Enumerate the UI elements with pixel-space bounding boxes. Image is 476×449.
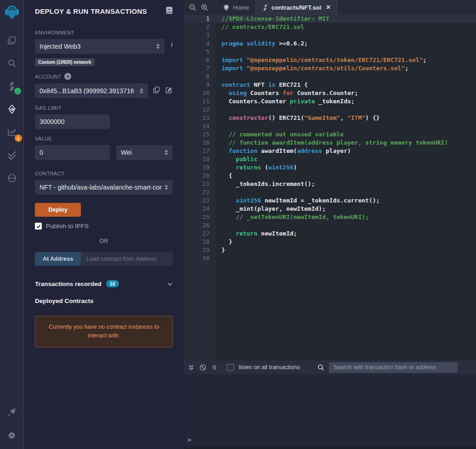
line-number[interactable]: 12 <box>184 106 216 114</box>
solidity-compiler-icon[interactable] <box>4 78 20 95</box>
code-line[interactable]: 24 _mint(player, newItemId); <box>184 205 476 213</box>
code-line[interactable]: 26 <box>184 221 476 230</box>
code-line[interactable]: 10 using Counters for Counters.Counter; <box>184 89 476 97</box>
zoom-out-icon[interactable] <box>187 0 198 15</box>
line-number[interactable]: 17 <box>184 147 216 155</box>
code-line[interactable]: 23 uint256 newItemId = _tokenIds.current… <box>184 196 476 205</box>
line-number[interactable]: 16 <box>184 139 216 147</box>
at-address-button[interactable]: At Address <box>35 252 81 266</box>
line-number[interactable]: 5 <box>184 48 216 56</box>
line-number[interactable]: 1 <box>184 15 216 23</box>
code-line[interactable]: 7import "@openzeppelin/contracts/utils/C… <box>184 64 476 73</box>
line-number[interactable]: 8 <box>184 73 216 81</box>
line-number[interactable]: 3 <box>184 31 216 39</box>
line-number[interactable]: 7 <box>184 64 216 73</box>
code-line[interactable]: 29} <box>184 246 476 254</box>
terminal-output[interactable]: > <box>184 374 476 449</box>
line-number[interactable]: 23 <box>184 196 216 205</box>
code-line[interactable]: 4pragma solidity >=0.6.2; <box>184 39 476 48</box>
deploy-and-run-icon[interactable] <box>4 101 20 118</box>
remix-logo-icon[interactable] <box>4 4 20 24</box>
deploy-button[interactable]: Deploy <box>35 203 81 217</box>
transactions-recorded-row[interactable]: Transactions recorded 10 <box>35 280 173 288</box>
code-line[interactable]: 15 // commented out unused variable <box>184 130 476 139</box>
settings-gear-icon[interactable] <box>4 427 20 443</box>
collapse-terminal-icon[interactable] <box>188 365 194 370</box>
value-unit-select[interactable]: Wei <box>116 145 173 160</box>
line-number[interactable]: 4 <box>184 39 216 48</box>
code-line[interactable]: 19 returns (uint256) <box>184 163 476 172</box>
or-divider: OR <box>35 237 173 244</box>
add-account-icon[interactable]: + <box>64 73 71 80</box>
debugger-icon[interactable] <box>4 170 20 186</box>
code-line[interactable]: 11 Counters.Counter private _tokenIds; <box>184 97 476 106</box>
account-select[interactable]: 0x845...B1aB3 (999992.3913716 <box>35 84 148 98</box>
line-number[interactable]: 19 <box>184 163 216 172</box>
analytics-icon[interactable]: 1 <box>4 124 20 140</box>
line-number[interactable]: 24 <box>184 205 216 213</box>
close-tab-icon[interactable]: × <box>326 4 330 11</box>
code-line[interactable]: 17 function awardItem(address player) <box>184 147 476 155</box>
line-number[interactable]: 25 <box>184 213 216 221</box>
gas-limit-input[interactable]: 3000000 <box>35 114 110 129</box>
line-number[interactable]: 14 <box>184 122 216 130</box>
line-number[interactable]: 20 <box>184 172 216 180</box>
clear-console-icon[interactable] <box>199 364 206 371</box>
unit-testing-icon[interactable] <box>4 147 20 163</box>
line-number[interactable]: 26 <box>184 221 216 230</box>
listen-transactions-checkbox[interactable] <box>227 364 234 371</box>
line-number[interactable]: 29 <box>184 246 216 254</box>
plugin-manager-icon[interactable] <box>4 404 20 421</box>
terminal-search-input[interactable] <box>329 362 458 373</box>
code-line[interactable]: 9contract NFT is ERC721 { <box>184 81 476 89</box>
code-line[interactable]: 5 <box>184 48 476 56</box>
line-number[interactable]: 27 <box>184 230 216 238</box>
line-number[interactable]: 18 <box>184 155 216 163</box>
code-line[interactable]: 2// contracts/ERC721.sol <box>184 23 476 31</box>
code-line[interactable]: 21 _tokenIds.increment(); <box>184 180 476 188</box>
line-number[interactable]: 21 <box>184 180 216 188</box>
line-number[interactable]: 10 <box>184 89 216 97</box>
code-line[interactable]: 22 <box>184 188 476 196</box>
environment-info-icon[interactable]: i <box>171 41 173 49</box>
code-line[interactable]: 16 // function awardItem(address player,… <box>184 139 476 147</box>
documentation-icon[interactable] <box>166 6 173 16</box>
edit-account-icon[interactable] <box>165 86 173 95</box>
line-number[interactable]: 15 <box>184 130 216 139</box>
chevron-down-icon[interactable] <box>167 280 173 288</box>
line-number[interactable]: 11 <box>184 97 216 106</box>
code-line[interactable]: 13 constructor() ERC721("GameItem", "ITM… <box>184 114 476 122</box>
value-input[interactable]: 0 <box>35 145 110 160</box>
code-line[interactable]: 27 return newItemId; <box>184 230 476 238</box>
contract-select[interactable]: NFT - github/ava-labs/avalanche-smart-co… <box>35 180 173 195</box>
line-number[interactable]: 28 <box>184 238 216 246</box>
publish-ipfs-checkbox[interactable] <box>35 223 42 230</box>
code-line[interactable]: 3 <box>184 31 476 39</box>
line-number[interactable]: 30 <box>184 254 216 263</box>
file-explorer-icon[interactable] <box>4 32 20 49</box>
tab-nft-sol[interactable]: contracts/NFT.sol × <box>255 0 338 15</box>
at-address-input[interactable] <box>81 252 173 266</box>
zoom-in-icon[interactable] <box>198 0 210 15</box>
terminal-prompt[interactable]: > <box>184 436 476 447</box>
line-number[interactable]: 6 <box>184 56 216 64</box>
code-line[interactable]: 12 <box>184 106 476 114</box>
copy-account-icon[interactable] <box>153 86 160 95</box>
line-number[interactable]: 22 <box>184 188 216 196</box>
code-line[interactable]: 14 <box>184 122 476 130</box>
line-number[interactable]: 13 <box>184 114 216 122</box>
tab-home[interactable]: Home <box>216 0 255 15</box>
code-line[interactable]: 18 public <box>184 155 476 163</box>
code-editor[interactable]: 1//SPDX-License-Identifier: MIT2// contr… <box>184 15 476 360</box>
code-line[interactable]: 28 } <box>184 238 476 246</box>
line-number[interactable]: 2 <box>184 23 216 31</box>
code-line[interactable]: 20 { <box>184 172 476 180</box>
line-number[interactable]: 9 <box>184 81 216 89</box>
environment-select[interactable]: Injected Web3 <box>35 39 164 54</box>
code-line[interactable]: 30 <box>184 254 476 263</box>
code-line[interactable]: 8 <box>184 73 476 81</box>
code-line[interactable]: 25 // _setTokenURI(newItemId, tokenURI); <box>184 213 476 221</box>
code-line[interactable]: 6import "@openzeppelin/contracts/token/E… <box>184 56 476 64</box>
code-line[interactable]: 1//SPDX-License-Identifier: MIT <box>184 15 476 23</box>
search-icon[interactable] <box>4 55 20 72</box>
